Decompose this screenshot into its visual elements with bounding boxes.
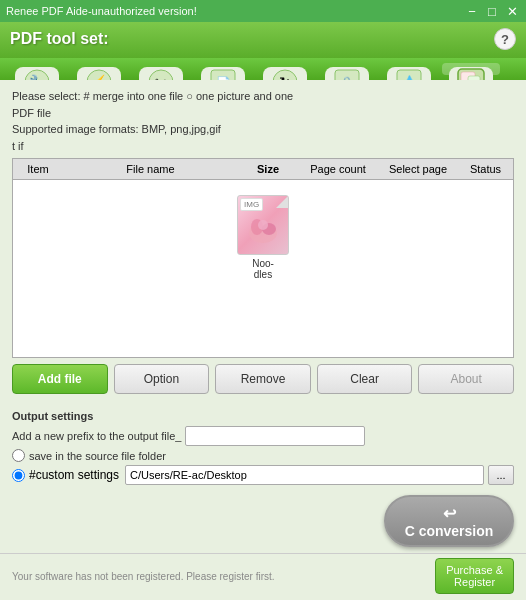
- tool-rotate[interactable]: ↻ 旋转: [256, 63, 314, 75]
- optimize-icon: ⚡: [77, 67, 121, 80]
- prefix-label: Add a new prefix to the output file_: [12, 430, 181, 442]
- minimize-button[interactable]: −: [464, 3, 480, 19]
- footer-status: Your software has not been registered. P…: [12, 571, 275, 582]
- close-button[interactable]: ✕: [504, 3, 520, 19]
- info-line4: t if: [12, 138, 514, 155]
- info-line1: Please select: # merge into one file ○ o…: [12, 88, 514, 105]
- info-text: Please select: # merge into one file ○ o…: [12, 88, 514, 154]
- repair-icon: 🔧: [15, 67, 59, 80]
- custom-label: #custom settings: [29, 468, 119, 482]
- purchase-button[interactable]: Purchase & Register: [435, 558, 514, 594]
- save-source-row: save in the source file folder: [12, 449, 514, 462]
- bottom-area: ↩ C conversion: [0, 491, 526, 553]
- tool-split[interactable]: ✂ 分割: [132, 63, 190, 75]
- svg-point-21: [258, 220, 268, 230]
- output-title: Output settings: [12, 410, 514, 422]
- option-button[interactable]: Option: [114, 364, 210, 394]
- tool-encrypt[interactable]: 🔒 Encryption & decryption: [318, 63, 376, 75]
- browse-button[interactable]: ...: [488, 465, 514, 485]
- file-name: Noo-dles: [252, 258, 274, 280]
- col-name-header: File name: [63, 163, 238, 175]
- convert-button[interactable]: ↩ C conversion: [384, 495, 514, 547]
- img2pdf-icon: PDF: [449, 67, 493, 80]
- table-header: Item File name Size Page count Select pa…: [13, 159, 513, 180]
- col-status-header: Status: [458, 163, 513, 175]
- tool-optimize[interactable]: ⚡ 优化: [70, 63, 128, 75]
- header-title: PDF tool set:: [10, 30, 109, 48]
- custom-path-input[interactable]: [125, 465, 484, 485]
- clear-button[interactable]: Clear: [317, 364, 413, 394]
- add-file-button[interactable]: Add file: [12, 364, 108, 394]
- save-source-label: save in the source file folder: [29, 450, 166, 462]
- rotate-icon: ↻: [263, 67, 307, 80]
- custom-path-row: #custom settings ...: [12, 465, 514, 485]
- help-button[interactable]: ?: [494, 28, 516, 50]
- window-controls: − □ ✕: [464, 3, 520, 19]
- convert-label: C conversion: [405, 523, 494, 539]
- corner-fold: [276, 196, 288, 208]
- about-button[interactable]: About: [418, 364, 514, 394]
- img-badge: IMG: [240, 198, 263, 211]
- remove-button[interactable]: Remove: [215, 364, 311, 394]
- app-header: PDF tool set: ?: [0, 22, 526, 58]
- col-size-header: Size: [238, 163, 298, 175]
- main-content: Please select: # merge into one file ○ o…: [0, 80, 526, 410]
- prefix-row: Add a new prefix to the output file_: [12, 426, 514, 446]
- file-table: Item File name Size Page count Select pa…: [12, 158, 514, 358]
- table-body: IMG Noo-dles: [13, 180, 513, 352]
- tool-merge[interactable]: 📄 合并: [194, 63, 252, 75]
- save-source-radio[interactable]: [12, 449, 25, 462]
- app-title: Renee PDF Aide-unauthorized version!: [6, 5, 197, 17]
- watermark-icon: 💧: [387, 67, 431, 80]
- custom-path-radio[interactable]: [12, 469, 25, 482]
- info-line2: PDF file: [12, 105, 514, 122]
- footer: Your software has not been registered. P…: [0, 553, 526, 600]
- thumbnail-image: IMG: [237, 195, 289, 255]
- action-buttons: Add file Option Remove Clear About: [12, 364, 514, 394]
- merge-icon: 📄: [201, 67, 245, 80]
- encrypt-icon: 🔒: [325, 67, 369, 80]
- prefix-input[interactable]: [185, 426, 365, 446]
- output-settings: Output settings Add a new prefix to the …: [0, 410, 526, 491]
- col-selectpage-header: Select page: [378, 163, 458, 175]
- info-line3: Supported image formats: BMP, png,jpg,gi…: [12, 121, 514, 138]
- tool-img2pdf[interactable]: PDF Image to PDF: [442, 63, 500, 75]
- col-pagecount-header: Page count: [298, 163, 378, 175]
- tool-repair[interactable]: 🔧 修复: [8, 63, 66, 75]
- convert-icon: ↩: [443, 504, 456, 523]
- file-thumbnail: IMG Noo-dles: [237, 195, 289, 280]
- col-item-header: Item: [13, 163, 63, 175]
- split-icon: ✂: [139, 67, 183, 80]
- tool-watermark[interactable]: 💧 Watermark: [380, 63, 438, 75]
- maximize-button[interactable]: □: [484, 3, 500, 19]
- title-bar: Renee PDF Aide-unauthorized version! − □…: [0, 0, 526, 22]
- toolbar: 🔧 修复 ⚡ 优化 ✂ 分割: [0, 58, 526, 80]
